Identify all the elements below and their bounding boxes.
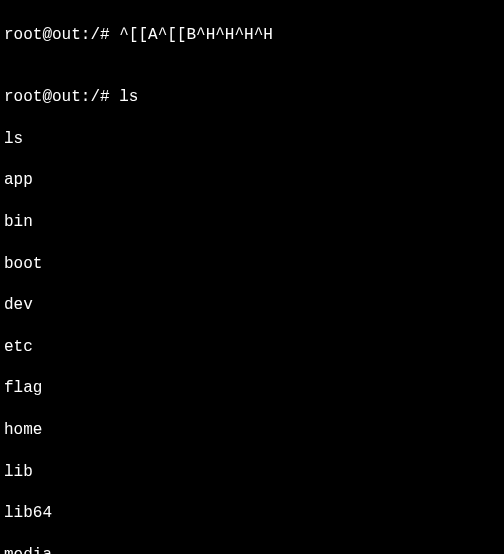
terminal-line: app bbox=[4, 170, 500, 191]
terminal-line: home bbox=[4, 420, 500, 441]
terminal-line: root@out:/# ^[[A^[[B^H^H^H^H bbox=[4, 25, 500, 46]
terminal-output[interactable]: root@out:/# ^[[A^[[B^H^H^H^H root@out:/#… bbox=[4, 4, 500, 554]
terminal-line: etc bbox=[4, 337, 500, 358]
terminal-line: dev bbox=[4, 295, 500, 316]
terminal-line: root@out:/# ls bbox=[4, 87, 500, 108]
terminal-line: lib64 bbox=[4, 503, 500, 524]
terminal-line: ls bbox=[4, 129, 500, 150]
terminal-line: media bbox=[4, 545, 500, 554]
terminal-line: bin bbox=[4, 212, 500, 233]
terminal-line: flag bbox=[4, 378, 500, 399]
terminal-line: lib bbox=[4, 462, 500, 483]
terminal-line: boot bbox=[4, 254, 500, 275]
